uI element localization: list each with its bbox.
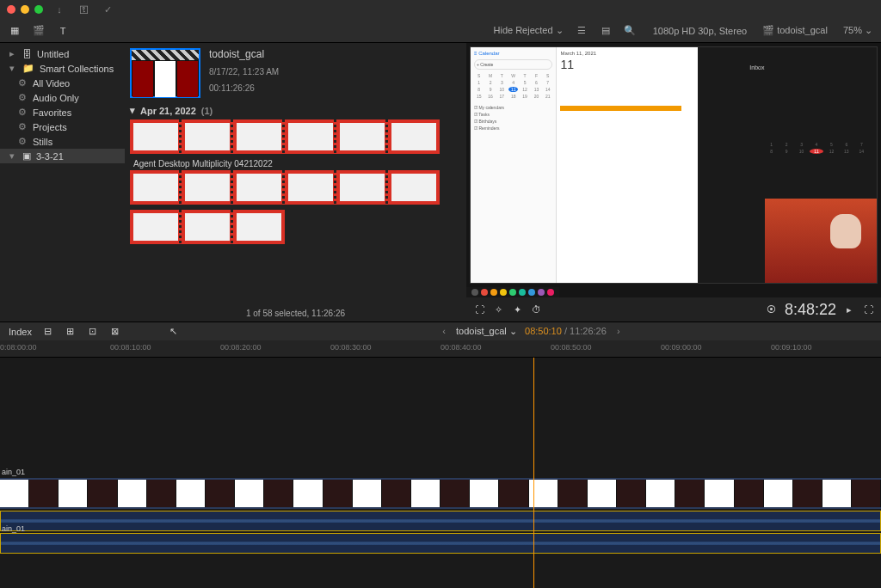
browser-status: 1 of 58 selected, 11:26:26 [125, 309, 466, 318]
sidebar-smart-collections[interactable]: ▾📁 Smart Collections [0, 61, 125, 76]
play-icon[interactable]: ▸ [843, 303, 855, 315]
titles-icon[interactable]: T [57, 25, 69, 37]
sidebar-item-favorites[interactable]: ⚙Favorites [0, 105, 125, 119]
append-icon[interactable]: ⊡ [87, 326, 99, 338]
transform-icon[interactable]: ✧ [492, 303, 504, 315]
enhance-icon[interactable]: ✦ [511, 303, 523, 315]
sidebar: ▸🗄 Untitled ▾📁 Smart Collections ⚙All Vi… [0, 43, 125, 322]
timeline-ruler[interactable]: 0:08:00:00 00:08:10:00 00:08:20:00 00:08… [0, 340, 881, 358]
fullscreen-icon[interactable]: ⛶ [862, 303, 874, 315]
insert-icon[interactable]: ⊞ [65, 326, 77, 338]
playhead[interactable] [533, 358, 534, 588]
sidebar-item-all-video[interactable]: ⚙All Video [0, 76, 125, 90]
media-icon[interactable]: 🎬 [33, 25, 45, 37]
search-icon[interactable]: 🔍 [624, 25, 636, 37]
zoom-window-button[interactable] [34, 5, 43, 14]
titlebar: ↓ ⚿ ✓ [0, 0, 881, 19]
viewer-dark-app: Inbox 1234567 891011121314 [698, 47, 877, 283]
viewer-timecode: 8:48:22 [785, 301, 836, 319]
clip-thumbnail[interactable] [130, 48, 200, 98]
zoom-dropdown[interactable]: 75% ⌄ [843, 25, 872, 36]
sidebar-item-stills[interactable]: ⚙Stills [0, 134, 125, 149]
viewer-controls: ⛶ ✧ ✦ ⏱ ⦿ 8:48:22 ▸ ⛶ [466, 297, 881, 322]
library-icon[interactable]: ▦ [9, 25, 21, 37]
crop-icon[interactable]: ⛶ [473, 303, 485, 315]
webcam-pip [765, 199, 877, 283]
traffic-lights [7, 5, 43, 14]
download-icon[interactable]: ↓ [53, 3, 65, 15]
date-header[interactable]: ▾ Apr 21, 2022 (1) [130, 105, 461, 116]
timeline[interactable]: ain_01 ain_01 [0, 358, 881, 588]
format-label: 1080p HD 30p, Stereo [653, 26, 747, 36]
video-track-label: ain_01 [2, 468, 25, 476]
filmstrip-icon[interactable]: ☰ [576, 25, 588, 37]
timeline-project[interactable]: ‹ todoist_gcal ⌄ 08:50:10 / 11:26:26 › [190, 326, 872, 337]
clip-duration: 00:11:26:26 [209, 83, 279, 93]
key-icon[interactable]: ⚿ [77, 3, 89, 15]
audio-track-1[interactable] [0, 511, 881, 531]
clip-date: 8/17/22, 11:23 AM [209, 67, 279, 77]
close-window-button[interactable] [7, 5, 15, 14]
clip-title: todoist_gcal [209, 48, 279, 60]
browser: todoist_gcal 8/17/22, 11:23 AM 00:11:26:… [125, 43, 466, 322]
select-tool-icon[interactable]: ↖ [168, 326, 180, 338]
prev-icon[interactable]: ⦿ [766, 303, 778, 315]
timeline-header: Index ⊟ ⊞ ⊡ ⊠ ↖ ‹ todoist_gcal ⌄ 08:50:1… [0, 322, 881, 340]
sidebar-item-projects[interactable]: ⚙Projects [0, 119, 125, 134]
sidebar-item-audio-only[interactable]: ⚙Audio Only [0, 90, 125, 105]
audio-track-2[interactable] [0, 533, 881, 554]
filmstrip-row[interactable] [130, 170, 461, 205]
audio-track-label: ain_01 [2, 524, 25, 533]
filmstrip-row[interactable] [130, 210, 461, 244]
viewer-canvas[interactable]: ≡ Calendar + Create SMTWTFS 1234567 8910… [466, 43, 881, 287]
filmstrip-row[interactable] [130, 119, 461, 154]
overwrite-icon[interactable]: ⊠ [109, 326, 121, 338]
toolbar: ▦ 🎬 T Hide Rejected ⌄ ☰ ▤ 🔍 1080p HD 30p… [0, 19, 881, 43]
clip2-title: Agent Desktop Multiplicity 04212022 [133, 159, 458, 168]
sidebar-event[interactable]: ▾▣ 3-3-21 [0, 149, 125, 163]
index-button[interactable]: Index [9, 327, 32, 337]
check-icon[interactable]: ✓ [102, 3, 114, 15]
list-icon[interactable]: ▤ [600, 25, 612, 37]
viewer: ≡ Calendar + Create SMTWTFS 1234567 8910… [466, 43, 881, 322]
viewer-calendar-app: ≡ Calendar + Create SMTWTFS 1234567 8910… [471, 47, 698, 283]
video-track[interactable] [0, 478, 881, 509]
hide-rejected-dropdown[interactable]: Hide Rejected ⌄ [494, 25, 564, 36]
connect-icon[interactable]: ⊟ [42, 326, 54, 338]
retime-icon[interactable]: ⏱ [530, 303, 542, 315]
sidebar-library[interactable]: ▸🗄 Untitled [0, 46, 125, 61]
project-title: 🎬 todoist_gcal [762, 25, 828, 36]
minimize-window-button[interactable] [21, 5, 29, 14]
